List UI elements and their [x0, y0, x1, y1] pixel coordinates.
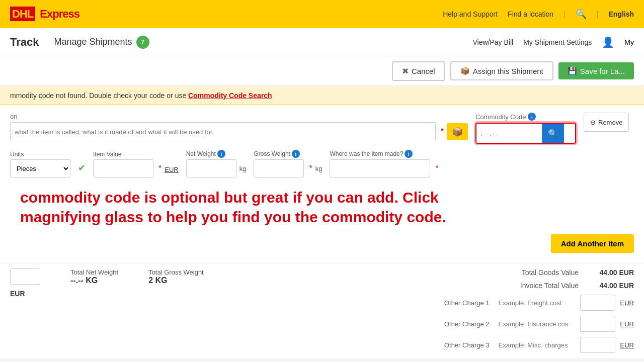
- save-later-button[interactable]: 💾 Save for La...: [558, 62, 634, 79]
- net-weight-info-icon[interactable]: i: [217, 150, 225, 158]
- other-charge-1-label: Other Charge 1: [429, 299, 490, 307]
- gross-weight-input[interactable]: [254, 159, 304, 177]
- other-charge-2-row: Other Charge 2 EUR: [382, 316, 634, 332]
- net-weight-unit: kg: [239, 165, 247, 177]
- manage-shipments-nav-item[interactable]: Manage Shipments 7: [54, 36, 149, 49]
- totals-right: Total Goods Value 44.00 EUR Invoice Tota…: [382, 268, 634, 353]
- second-nav-right: View/Pay Bill My Shipment Settings 👤 My: [472, 36, 634, 48]
- gross-weight-info-icon[interactable]: i: [292, 150, 300, 158]
- other-charge-3-label: Other Charge 3: [429, 341, 490, 349]
- item-value-group: Item Value * EUR: [93, 151, 179, 177]
- top-bar: DHL Express Help and Support Find a loca…: [0, 0, 644, 28]
- other-charge-3-amount[interactable]: [580, 337, 615, 353]
- required-star: *: [441, 127, 444, 136]
- remove-col: ⊖ Remove: [584, 113, 634, 132]
- other-charge-3-currency[interactable]: EUR: [620, 341, 634, 349]
- totals-eur-label: EUR: [10, 290, 50, 298]
- view-pay-bill-link[interactable]: View/Pay Bill: [472, 38, 513, 46]
- warning-text: mmodity code not found. Double check you…: [10, 92, 186, 100]
- item-value-label: Item Value: [93, 151, 179, 158]
- divider2: |: [597, 10, 599, 18]
- net-weight-input[interactable]: [186, 159, 236, 177]
- other-charge-2-amount[interactable]: [580, 316, 615, 332]
- commodity-code-info-icon[interactable]: i: [528, 113, 536, 121]
- invoice-total-value-row: Invoice Total Value 44.00 EUR: [382, 282, 634, 290]
- remove-button[interactable]: ⊖ Remove: [584, 113, 629, 132]
- action-bar: ✖ Cancel 📦 Assign this Shipment 💾 Save f…: [0, 56, 644, 86]
- find-location-link[interactable]: Find a location: [508, 10, 553, 18]
- cancel-button[interactable]: ✖ Cancel: [392, 61, 445, 81]
- units-check-icon: ✔: [78, 162, 86, 177]
- remove-icon: ⊖: [590, 119, 596, 126]
- box-icon-button[interactable]: 📦: [447, 123, 468, 140]
- search-icon[interactable]: 🔍: [576, 9, 587, 20]
- second-nav: Track Manage Shipments 7 View/Pay Bill M…: [0, 28, 644, 56]
- commodity-code-col: Commodity Code i 🔍: [475, 113, 576, 144]
- description-input[interactable]: [10, 122, 436, 141]
- net-weight-group: Net Weight i kg: [186, 150, 247, 177]
- other-charge-1-input[interactable]: [495, 295, 575, 311]
- units-small-input[interactable]: [10, 268, 40, 285]
- net-weight-label: Net Weight i: [186, 150, 247, 158]
- commodity-search-button[interactable]: 🔍: [542, 124, 564, 143]
- gross-weight-unit: kg: [315, 165, 323, 177]
- where-made-required: *: [435, 164, 438, 173]
- description-col: on * 📦: [10, 113, 468, 141]
- help-support-link[interactable]: Help and Support: [443, 10, 498, 18]
- second-nav-left: Track Manage Shipments 7: [10, 36, 149, 49]
- other-charge-2-input[interactable]: [495, 316, 575, 332]
- total-net-weight-value: --.-- KG: [70, 276, 118, 285]
- form-area: on * 📦 Commodity Code i 🔍 ⊖ Remove: [0, 105, 644, 263]
- total-gross-weight-block: Total Gross Weight 2 KG: [148, 268, 204, 285]
- fields-row: Units Pieces Kilograms Units ✔ Item Valu…: [10, 150, 634, 177]
- gross-weight-group: Gross Weight i * kg: [254, 150, 322, 177]
- total-net-weight-block: Total Net Weight --.-- KG: [70, 268, 118, 285]
- add-another-item-button[interactable]: Add Another Item: [551, 234, 634, 253]
- units-label: Units: [10, 151, 70, 158]
- gross-weight-label: Gross Weight i: [254, 150, 322, 158]
- ship-icon: 📦: [460, 66, 470, 75]
- other-charge-1-currency[interactable]: EUR: [620, 299, 634, 307]
- item-value-input[interactable]: [93, 159, 153, 177]
- other-charge-1-amount[interactable]: [580, 295, 615, 311]
- assign-shipment-button[interactable]: 📦 Assign this Shipment: [450, 61, 553, 80]
- top-nav-right: Help and Support Find a location | 🔍 | E…: [443, 9, 634, 20]
- units-group: Units Pieces Kilograms Units: [10, 151, 70, 177]
- totals-section: EUR Total Net Weight --.-- KG Total Gros…: [0, 263, 644, 358]
- other-charge-3-row: Other Charge 3 EUR: [382, 337, 634, 353]
- other-charge-2-label: Other Charge 2: [429, 320, 490, 328]
- item-value-currency[interactable]: EUR: [165, 166, 178, 177]
- total-net-weight-label: Total Net Weight: [70, 268, 118, 276]
- user-icon[interactable]: 👤: [602, 36, 614, 48]
- warning-bar: mmodity code not found. Double check you…: [0, 86, 644, 105]
- totals-weights: Total Net Weight --.-- KG Total Gross We…: [70, 268, 204, 285]
- where-made-info-icon[interactable]: i: [405, 150, 413, 158]
- where-made-input[interactable]: [330, 159, 430, 177]
- divider: |: [564, 10, 566, 18]
- total-gross-weight-label: Total Gross Weight: [148, 268, 204, 276]
- commodity-input-wrap: 🔍: [475, 123, 576, 144]
- language-label[interactable]: English: [608, 10, 634, 18]
- other-charge-3-input[interactable]: [495, 337, 575, 353]
- total-goods-value-row: Total Goods Value 44.00 EUR: [382, 268, 634, 277]
- my-profile-label[interactable]: My: [624, 38, 634, 46]
- track-nav-item[interactable]: Track: [10, 36, 39, 49]
- add-item-row: Add Another Item: [10, 232, 634, 255]
- description-input-wrap: * 📦: [10, 122, 468, 141]
- commodity-row: on * 📦 Commodity Code i 🔍 ⊖ Remove: [10, 113, 634, 144]
- shipments-badge: 7: [136, 36, 149, 49]
- commodity-code-label: Commodity Code i: [475, 113, 576, 121]
- where-made-group: Where was the item made? i *: [330, 150, 438, 177]
- total-goods-value-label: Total Goods Value: [498, 268, 579, 277]
- dhl-logo: DHL Express: [10, 8, 79, 21]
- total-goods-value-value: 44.00 EUR: [584, 268, 634, 277]
- save-icon: 💾: [568, 66, 577, 75]
- commodity-code-search-link[interactable]: Commodity Code Search: [188, 92, 272, 100]
- totals-left: EUR: [10, 268, 50, 298]
- commodity-code-input[interactable]: [476, 124, 542, 143]
- gross-weight-required: *: [309, 164, 312, 173]
- total-gross-weight-value: 2 KG: [148, 276, 204, 285]
- other-charge-2-currency[interactable]: EUR: [620, 320, 634, 328]
- my-shipment-settings-link[interactable]: My Shipment Settings: [523, 38, 592, 46]
- units-select[interactable]: Pieces Kilograms Units: [10, 159, 70, 177]
